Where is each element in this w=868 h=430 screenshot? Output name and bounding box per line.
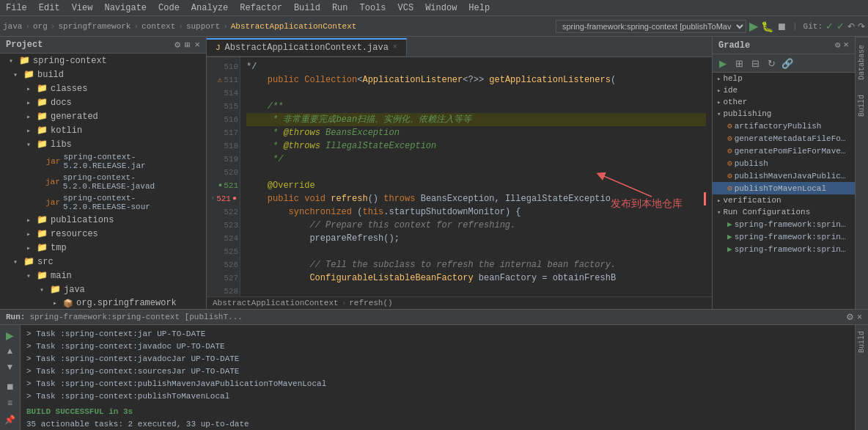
- gradle-item-ide[interactable]: ▸ ide: [713, 84, 855, 96]
- tree-item-build[interactable]: ▾ 📁 build: [0, 68, 206, 81]
- code-line-518: * @throws IllegalStateException: [246, 139, 706, 153]
- tab-build[interactable]: Build: [856, 87, 868, 124]
- gradle-item-other[interactable]: ▸ other: [713, 96, 855, 108]
- tree-item-jar1[interactable]: jar spring-context-5.2.0.RELEASE.jar: [0, 151, 206, 172]
- tab-validation[interactable]: Build: [856, 325, 868, 359]
- run-stop-btn[interactable]: ⏹: [2, 379, 18, 394]
- tree-item-jar3[interactable]: jar spring-context-5.2.0.RELEASE-sour: [0, 192, 206, 213]
- gradle-item-help[interactable]: ▸ help: [713, 73, 855, 84]
- menu-file[interactable]: File: [0, 1, 33, 15]
- menu-help[interactable]: Help: [463, 1, 496, 15]
- gradle-close-icon[interactable]: ×: [843, 40, 849, 51]
- breadcrumb-class[interactable]: AbstractApplicationContext: [231, 22, 357, 31]
- tree-item-docs[interactable]: ▸ 📁 docs: [0, 95, 206, 109]
- gradle-item-config-jar[interactable]: ▶ spring-framework:spring-context [jar]: [713, 218, 855, 230]
- menu-run[interactable]: Run: [326, 1, 354, 15]
- menu-code[interactable]: Code: [152, 1, 185, 15]
- history-btn2[interactable]: ↷: [858, 21, 865, 32]
- git-check2[interactable]: ✓: [836, 21, 845, 32]
- menu-analyze[interactable]: Analyze: [185, 1, 234, 15]
- code-line-515: /**: [246, 100, 706, 113]
- code-line-519: */: [246, 153, 706, 166]
- gradle-run-btn[interactable]: ▶: [716, 56, 730, 70]
- gradle-item-generate-meta[interactable]: ⚙ generateMetadataFileForMavenJava: [713, 132, 855, 145]
- code-line-520: [246, 166, 706, 179]
- tab-database[interactable]: Database: [856, 37, 868, 87]
- editor-tabs: J AbstractApplicationContext.java ×: [207, 37, 712, 57]
- editor-tab-abstract[interactable]: J AbstractApplicationContext.java ×: [207, 38, 407, 56]
- gradle-collapse-btn[interactable]: ⊟: [748, 56, 762, 70]
- tree-item-spring-context[interactable]: ▾ 📁 spring-context: [0, 54, 206, 68]
- gradle-item-run-configs[interactable]: ▾ Run Configurations: [713, 206, 855, 218]
- chevron-right-icon: ▸: [717, 87, 721, 95]
- menu-vcs[interactable]: VCS: [392, 1, 420, 15]
- gradle-item-artifactory[interactable]: ⚙ artifactoryPublish: [713, 120, 855, 132]
- gradle-item-publish[interactable]: ⚙ publish: [713, 157, 855, 170]
- project-tree: ▾ 📁 spring-context ▾ 📁 build ▸ 📁 classes…: [0, 54, 206, 309]
- breadcrumb-springframework[interactable]: springframework: [58, 22, 130, 31]
- chevron-right-icon: ▸: [26, 216, 37, 225]
- menu-view[interactable]: View: [66, 1, 99, 15]
- project-title: Project: [6, 40, 43, 50]
- run-summary: 35 actionable tasks: 2 executed, 33 up-t…: [26, 418, 849, 430]
- run-line-2: > Task :spring-context:javadoc UP-TO-DAT…: [26, 340, 849, 353]
- gradle-item-publish-to-local[interactable]: ⚙ publishToMavenLocal: [713, 182, 855, 194]
- run-up-btn[interactable]: ▲: [2, 344, 18, 359]
- gradle-item-verification[interactable]: ▸ verification: [713, 194, 855, 206]
- layout-icon[interactable]: ⊞: [185, 40, 190, 51]
- breadcrumb-java[interactable]: java: [3, 22, 22, 31]
- run-down-btn[interactable]: ▼: [2, 360, 18, 374]
- settings-icon[interactable]: ⚙: [174, 39, 180, 51]
- menu-build[interactable]: Build: [288, 1, 326, 15]
- gradle-item-config-publi1[interactable]: ▶ spring-framework:spring-context [publi: [713, 230, 855, 243]
- run-output[interactable]: > Task :spring-context:jar UP-TO-DATE > …: [21, 325, 855, 430]
- menu-edit[interactable]: Edit: [33, 1, 66, 15]
- stop-button[interactable]: ⏹: [776, 21, 787, 32]
- breadcrumb-org[interactable]: org: [33, 22, 48, 31]
- gradle-link-btn[interactable]: 🔗: [780, 56, 795, 70]
- tree-item-org-springframework[interactable]: ▸ 📦 org.springframework: [0, 296, 206, 309]
- tree-item-src[interactable]: ▾ 📁 src: [0, 255, 206, 269]
- history-btn[interactable]: ↶: [847, 21, 855, 32]
- tree-item-libs[interactable]: ▾ 📁 libs: [0, 137, 206, 151]
- run-pin-btn[interactable]: 📌: [2, 412, 18, 427]
- tree-item-tmp[interactable]: ▸ 📁 tmp: [0, 241, 206, 255]
- gradle-item-publish-maven[interactable]: ⚙ publishMavenJavaPublicationToMav: [713, 170, 855, 182]
- run-filter-btn[interactable]: ≡: [2, 396, 18, 410]
- breadcrumb-context[interactable]: context: [141, 22, 175, 31]
- run-config-select[interactable]: spring-framework:spring-context [publish…: [556, 20, 746, 33]
- tree-item-publications[interactable]: ▸ 📁 publications: [0, 213, 206, 227]
- menu-tools[interactable]: Tools: [354, 1, 392, 15]
- tree-item-kotlin[interactable]: ▸ 📁 kotlin: [0, 123, 206, 137]
- close-icon[interactable]: ×: [194, 40, 200, 51]
- tree-item-generated[interactable]: ▸ 📁 generated: [0, 109, 206, 123]
- tree-item-java[interactable]: ▾ 📁 java: [0, 283, 206, 296]
- gradle-expand-btn[interactable]: ⊞: [732, 56, 746, 70]
- gradle-settings-icon[interactable]: ⚙: [835, 40, 840, 51]
- gradle-item-config-publi2[interactable]: ▶ spring-framework:spring-context [publi: [713, 243, 855, 255]
- tab-close-icon[interactable]: ×: [393, 43, 397, 51]
- git-check[interactable]: ✓: [825, 21, 834, 32]
- code-line-524: prepareRefresh();: [246, 232, 706, 245]
- menu-navigate[interactable]: Navigate: [98, 1, 152, 15]
- code-content[interactable]: */ public Collection<ApplicationListener…: [240, 57, 712, 296]
- menu-refactor[interactable]: Refactor: [234, 1, 288, 15]
- breadcrumb-support[interactable]: support: [186, 22, 220, 31]
- tree-item-main[interactable]: ▾ 📁 main: [0, 269, 206, 283]
- tree-item-jar2[interactable]: jar spring-context-5.2.0.RELEASE-javad: [0, 172, 206, 192]
- menu-window[interactable]: Window: [419, 1, 463, 15]
- chevron-right-icon: ▸: [26, 84, 37, 93]
- gradle-refresh-btn[interactable]: ↻: [764, 56, 779, 70]
- debug-button[interactable]: 🐛: [761, 21, 773, 32]
- editor-tab-label: AbstractApplicationContext.java: [225, 43, 389, 53]
- run-button[interactable]: ▶: [749, 19, 758, 33]
- run-settings-btn[interactable]: ⚙: [846, 312, 854, 322]
- run-play-btn[interactable]: ▶: [2, 328, 18, 343]
- run-sidebar: ▶ ▲ ▼ ⏹ ≡ 📌: [0, 325, 21, 430]
- gradle-item-publishing[interactable]: ▾ publishing: [713, 108, 855, 120]
- tree-item-resources[interactable]: ▸ 📁 resources: [0, 227, 206, 241]
- run-close-btn[interactable]: ×: [857, 312, 862, 322]
- gradle-item-generate-pom[interactable]: ⚙ generatePomFileForMavenJavaPubli: [713, 145, 855, 157]
- tree-item-classes[interactable]: ▸ 📁 classes: [0, 81, 206, 95]
- code-line-523: // Prepare this context for refreshing.: [246, 219, 706, 232]
